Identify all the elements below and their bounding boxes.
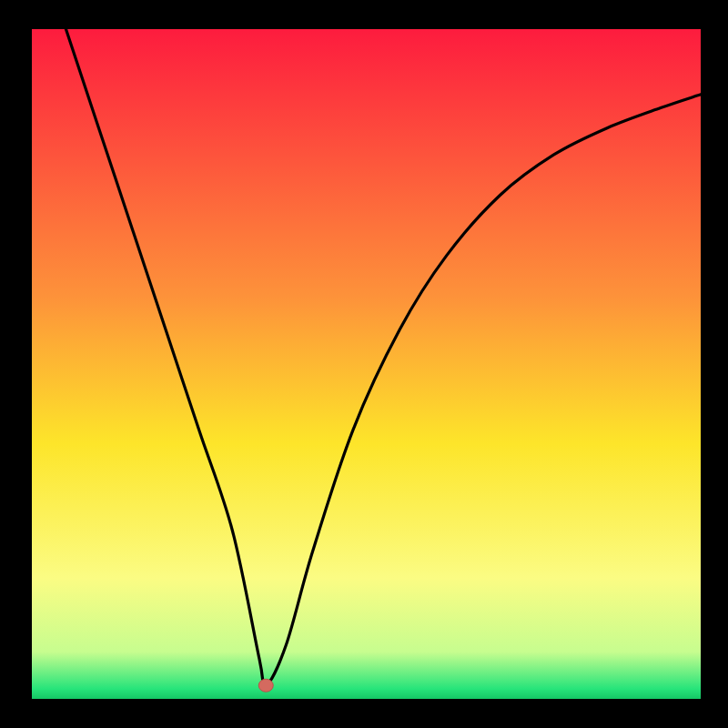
bottleneck-chart: [0, 0, 728, 728]
optimal-point-marker: [258, 679, 273, 692]
chart-background: [32, 27, 701, 699]
chart-stage: TheBottleneck.com: [0, 0, 728, 728]
